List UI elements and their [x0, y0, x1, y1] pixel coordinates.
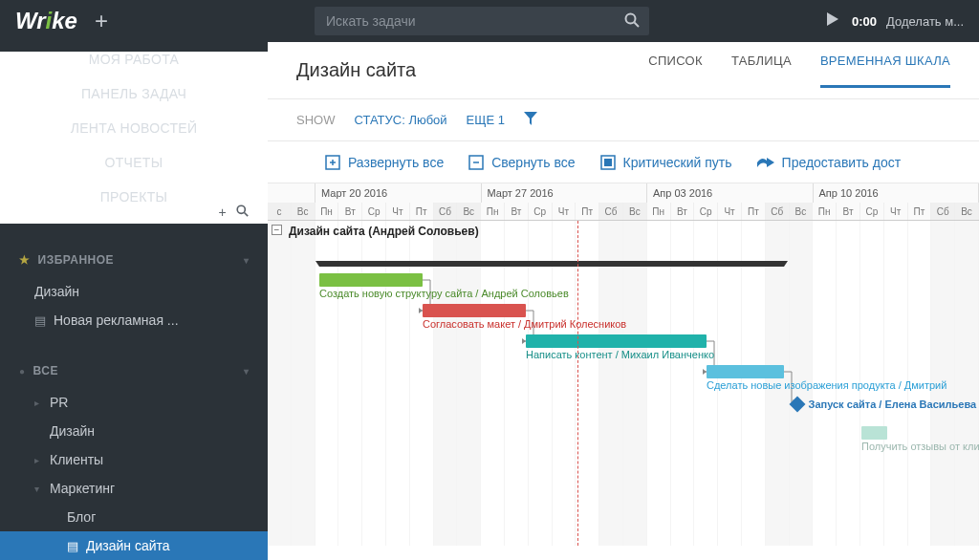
task-bar[interactable]: [423, 304, 526, 317]
day-header: Ср: [860, 203, 884, 220]
day-header: Пт: [908, 203, 932, 220]
task-label: Согласовать макет / Дмитрий Колесников: [423, 318, 626, 330]
sidebar-favorite-item[interactable]: ▤Новая рекламная ...: [0, 306, 268, 334]
task-label: Сделать новые изображения продукта / Дми…: [707, 379, 946, 391]
task-label: Создать новую структуру сайта / Андрей С…: [319, 288, 569, 299]
day-header: Пт: [576, 203, 599, 220]
sidebar-nav-item[interactable]: ПАНЕЛЬ ЗАДАЧ: [0, 86, 268, 120]
svg-point-3: [237, 205, 245, 213]
view-tab[interactable]: ВРЕМЕННАЯ ШКАЛА: [820, 54, 950, 88]
sidebar-tree-item[interactable]: ▸Клиенты: [0, 445, 268, 474]
action-critical-path[interactable]: Критический путь: [600, 155, 732, 170]
collapse-icon: [468, 155, 484, 170]
svg-line-1: [635, 23, 640, 28]
search-icon[interactable]: [624, 12, 640, 32]
day-header: Вс: [790, 203, 814, 220]
day-header: Вт: [837, 203, 860, 220]
share-icon: [757, 156, 774, 169]
day-header: с: [268, 203, 292, 220]
day-header: Чт: [884, 203, 908, 220]
day-header: Чт: [718, 203, 742, 220]
collapse-summary[interactable]: −: [272, 225, 282, 235]
filter-icon[interactable]: [524, 112, 537, 128]
sidebar-tree-item[interactable]: Блог: [0, 503, 268, 531]
filter-more[interactable]: ЕЩЕ 1: [467, 113, 505, 127]
critical-path-icon: [600, 155, 616, 170]
day-header: Вс: [623, 203, 647, 220]
sidebar-favorites-header[interactable]: ★ИЗБРАННОЕ▾: [0, 243, 268, 277]
day-header: Ср: [694, 203, 718, 220]
sidebar-tree-item[interactable]: ▸PR: [0, 388, 268, 417]
sidebar-nav-item[interactable]: МОЯ РАБОТА: [0, 52, 268, 86]
day-header: Вс: [457, 203, 481, 220]
search-input[interactable]: [315, 7, 649, 35]
sidebar-tree-item[interactable]: Дизайн: [0, 417, 268, 445]
page-title: Дизайн сайта: [296, 59, 416, 81]
day-header: Чт: [553, 203, 577, 220]
sidebar-tree-item[interactable]: ▤Дизайн сайта: [0, 531, 268, 560]
day-header: Сб: [931, 203, 955, 220]
day-header: Сб: [434, 203, 458, 220]
logo: Wrike: [15, 8, 77, 34]
timer-value: 0:00: [852, 14, 877, 29]
day-header: Ср: [529, 203, 553, 220]
sidebar-nav-item[interactable]: ОТЧЕТЫ: [0, 155, 268, 189]
filter-show[interactable]: SHOW: [296, 113, 335, 127]
svg-marker-5: [524, 112, 537, 125]
action-expand-all[interactable]: Развернуть все: [325, 155, 444, 170]
sidebar-all-header[interactable]: ●ВСЕ▾: [0, 354, 268, 388]
sidebar-nav-item[interactable]: ПРОЕКТЫ+: [0, 189, 268, 224]
search-projects-icon[interactable]: [236, 205, 249, 220]
chevron-icon[interactable]: ▸: [34, 455, 44, 465]
summary-bar[interactable]: [319, 261, 784, 267]
add-button[interactable]: +: [95, 8, 108, 34]
day-header: Ср: [362, 203, 386, 220]
day-header: Пн: [481, 203, 505, 220]
chevron-icon[interactable]: ▸: [34, 398, 44, 408]
task-label: Запуск сайта / Елена Васильева: [809, 398, 977, 410]
add-project-icon[interactable]: +: [219, 205, 227, 220]
view-tab[interactable]: ТАБЛИЦА: [731, 54, 792, 88]
day-header: Вс: [955, 203, 979, 220]
sidebar-favorite-item[interactable]: Дизайн: [0, 277, 268, 306]
task-label: Написать контент / Михаил Иванченко: [526, 349, 714, 360]
sidebar-tree-item[interactable]: ▾Маркетинг: [0, 474, 268, 503]
day-header: Вт: [338, 203, 362, 220]
today-marker: [577, 221, 578, 546]
sidebar: МОЯ РАБОТАПАНЕЛЬ ЗАДАЧЛЕНТА НОВОСТЕЙОТЧЕ…: [0, 42, 268, 560]
day-header: Пт: [742, 203, 766, 220]
document-icon: ▤: [34, 313, 46, 328]
task-label: Получить отзывы от клиентов / Елена Васи…: [861, 441, 979, 452]
task-bar[interactable]: [707, 365, 784, 378]
play-icon[interactable]: [827, 12, 838, 30]
week-header: Апр 10 2016: [814, 183, 980, 203]
week-header: Апр 03 2016: [647, 183, 814, 203]
week-header: Март 20 2016: [315, 183, 482, 203]
day-header: Чт: [386, 203, 410, 220]
filter-status[interactable]: СТАТУС: Любой: [354, 113, 446, 127]
day-header: Пн: [647, 203, 671, 220]
expand-icon: [325, 155, 340, 170]
day-header: Вт: [671, 203, 695, 220]
day-header: Вт: [505, 203, 529, 220]
task-bar[interactable]: [526, 334, 707, 348]
gantt-chart[interactable]: Март 20 2016Март 27 2016Апр 03 2016Апр 1…: [268, 183, 979, 560]
sidebar-nav-item[interactable]: ЛЕНТА НОВОСТЕЙ: [0, 120, 268, 155]
week-header: Март 27 2016: [482, 183, 648, 203]
milestone[interactable]: [789, 397, 805, 413]
action-collapse-all[interactable]: Свернуть все: [468, 155, 575, 170]
task-bar[interactable]: [861, 426, 887, 440]
svg-line-4: [245, 213, 249, 217]
view-tab[interactable]: СПИСОК: [648, 54, 703, 88]
day-header: Сб: [766, 203, 790, 220]
task-bar[interactable]: [319, 273, 423, 287]
summary-label: Дизайн сайта (Андрей Соловьев): [289, 225, 479, 238]
svg-marker-2: [827, 12, 838, 26]
chevron-icon[interactable]: ▾: [34, 484, 44, 494]
day-header: Пн: [315, 203, 339, 220]
timer-task-name[interactable]: Доделать м...: [886, 14, 964, 29]
document-icon: ▤: [67, 539, 78, 553]
svg-rect-12: [604, 159, 612, 166]
action-share[interactable]: Предоставить дост: [757, 155, 902, 170]
day-header: Пн: [813, 203, 837, 220]
